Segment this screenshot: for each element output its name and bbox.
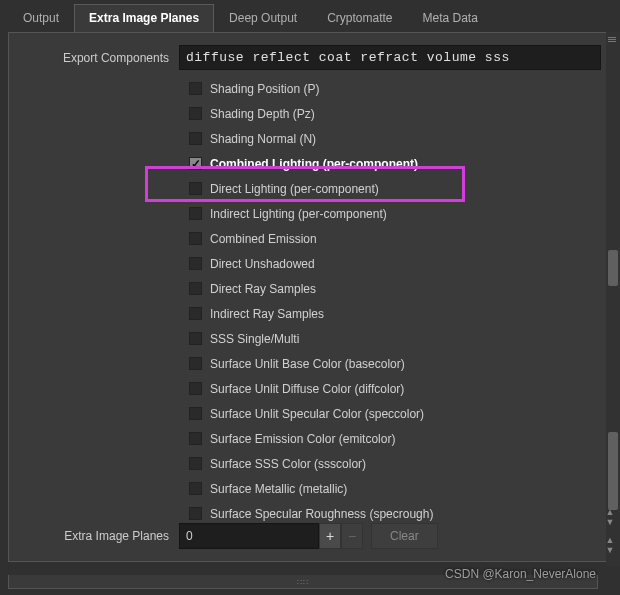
row-extra-image-planes: Extra Image Planes + − Clear xyxy=(9,521,601,551)
input-extra-image-planes[interactable] xyxy=(179,523,319,549)
checkbox-icon[interactable] xyxy=(189,332,202,345)
checkbox-item[interactable]: Surface SSS Color (ssscolor) xyxy=(189,451,611,476)
tab-deep-output[interactable]: Deep Output xyxy=(214,4,312,32)
scroll-up-icon[interactable]: ▲ xyxy=(606,507,615,517)
checkbox-icon[interactable] xyxy=(189,457,202,470)
drag-grip-icon: ∷∷ xyxy=(297,578,309,587)
checkbox-label: Surface Unlit Specular Color (speccolor) xyxy=(210,407,424,421)
checkbox-icon[interactable] xyxy=(189,182,202,195)
scroll-arrows: ▲ ▼ ▲ ▼ xyxy=(603,507,617,567)
checkbox-item[interactable]: SSS Single/Multi xyxy=(189,326,611,351)
checkbox-icon[interactable] xyxy=(189,482,202,495)
checkbox-item[interactable]: Direct Unshadowed xyxy=(189,251,611,276)
checkbox-label: Surface Metallic (metallic) xyxy=(210,482,347,496)
scrollbar-grip-icon xyxy=(607,34,617,44)
scroll-down-icon-2[interactable]: ▼ xyxy=(606,545,615,555)
checkbox-item[interactable]: Indirect Ray Samples xyxy=(189,301,611,326)
checkbox-label: Shading Normal (N) xyxy=(210,132,316,146)
tab-output[interactable]: Output xyxy=(8,4,74,32)
checkbox-label: Combined Emission xyxy=(210,232,317,246)
row-export-components: Export Components xyxy=(9,43,611,72)
checkbox-label: SSS Single/Multi xyxy=(210,332,299,346)
checkbox-label: Indirect Lighting (per-component) xyxy=(210,207,387,221)
checkbox-icon[interactable] xyxy=(189,132,202,145)
scrollbar-thumb-lower[interactable] xyxy=(608,432,618,510)
tab-meta-data[interactable]: Meta Data xyxy=(408,4,493,32)
checkbox-label: Surface Unlit Base Color (basecolor) xyxy=(210,357,405,371)
checkbox-icon[interactable] xyxy=(189,157,202,170)
label-export-components: Export Components xyxy=(19,51,179,65)
checkbox-item[interactable]: Shading Normal (N) xyxy=(189,126,611,151)
checkbox-item[interactable]: Indirect Lighting (per-component) xyxy=(189,201,611,226)
plus-button[interactable]: + xyxy=(319,523,341,549)
checkbox-label: Surface SSS Color (ssscolor) xyxy=(210,457,366,471)
checkbox-list: Shading Position (P)Shading Depth (Pz)Sh… xyxy=(9,72,611,526)
panel-extra-image-planes: Export Components Shading Position (P)Sh… xyxy=(8,32,612,562)
checkbox-icon[interactable] xyxy=(189,307,202,320)
checkbox-icon[interactable] xyxy=(189,407,202,420)
checkbox-item[interactable]: Shading Position (P) xyxy=(189,76,611,101)
minus-button[interactable]: − xyxy=(341,523,363,549)
checkbox-item[interactable]: Combined Emission xyxy=(189,226,611,251)
checkbox-label: Direct Unshadowed xyxy=(210,257,315,271)
checkbox-item[interactable]: Combined Lighting (per-component) xyxy=(189,151,611,176)
checkbox-item[interactable]: Surface Metallic (metallic) xyxy=(189,476,611,501)
checkbox-label: Surface Emission Color (emitcolor) xyxy=(210,432,395,446)
checkbox-icon[interactable] xyxy=(189,82,202,95)
scrollbar-thumb-upper[interactable] xyxy=(608,250,618,286)
checkbox-icon[interactable] xyxy=(189,507,202,520)
checkbox-icon[interactable] xyxy=(189,232,202,245)
checkbox-label: Surface Unlit Diffuse Color (diffcolor) xyxy=(210,382,404,396)
checkbox-icon[interactable] xyxy=(189,207,202,220)
checkbox-icon[interactable] xyxy=(189,357,202,370)
checkbox-label: Combined Lighting (per-component) xyxy=(210,157,418,171)
vertical-scrollbar[interactable] xyxy=(606,32,620,567)
checkbox-item[interactable]: Surface Emission Color (emitcolor) xyxy=(189,426,611,451)
checkbox-icon[interactable] xyxy=(189,432,202,445)
checkbox-label: Shading Position (P) xyxy=(210,82,319,96)
checkbox-label: Direct Lighting (per-component) xyxy=(210,182,379,196)
tab-cryptomatte[interactable]: Cryptomatte xyxy=(312,4,407,32)
checkbox-icon[interactable] xyxy=(189,257,202,270)
watermark-text: CSDN @Karon_NeverAlone xyxy=(445,567,596,581)
checkbox-icon[interactable] xyxy=(189,382,202,395)
label-extra-image-planes: Extra Image Planes xyxy=(19,529,179,543)
scroll-down-icon[interactable]: ▼ xyxy=(606,517,615,527)
checkbox-item[interactable]: Direct Ray Samples xyxy=(189,276,611,301)
checkbox-item[interactable]: Surface Unlit Base Color (basecolor) xyxy=(189,351,611,376)
checkbox-item[interactable]: Surface Unlit Diffuse Color (diffcolor) xyxy=(189,376,611,401)
checkbox-label: Shading Depth (Pz) xyxy=(210,107,315,121)
tab-extra-image-planes[interactable]: Extra Image Planes xyxy=(74,4,214,32)
checkbox-item[interactable]: Shading Depth (Pz) xyxy=(189,101,611,126)
checkbox-label: Indirect Ray Samples xyxy=(210,307,324,321)
input-export-components[interactable] xyxy=(179,45,601,70)
checkbox-item[interactable]: Direct Lighting (per-component) xyxy=(189,176,611,201)
checkbox-icon[interactable] xyxy=(189,107,202,120)
checkbox-icon[interactable] xyxy=(189,282,202,295)
scroll-up-icon-2[interactable]: ▲ xyxy=(606,535,615,545)
tab-bar: Output Extra Image Planes Deep Output Cr… xyxy=(0,0,620,32)
checkbox-item[interactable]: Surface Unlit Specular Color (speccolor) xyxy=(189,401,611,426)
clear-button[interactable]: Clear xyxy=(371,523,438,549)
checkbox-label: Surface Specular Roughness (specrough) xyxy=(210,507,433,521)
checkbox-label: Direct Ray Samples xyxy=(210,282,316,296)
